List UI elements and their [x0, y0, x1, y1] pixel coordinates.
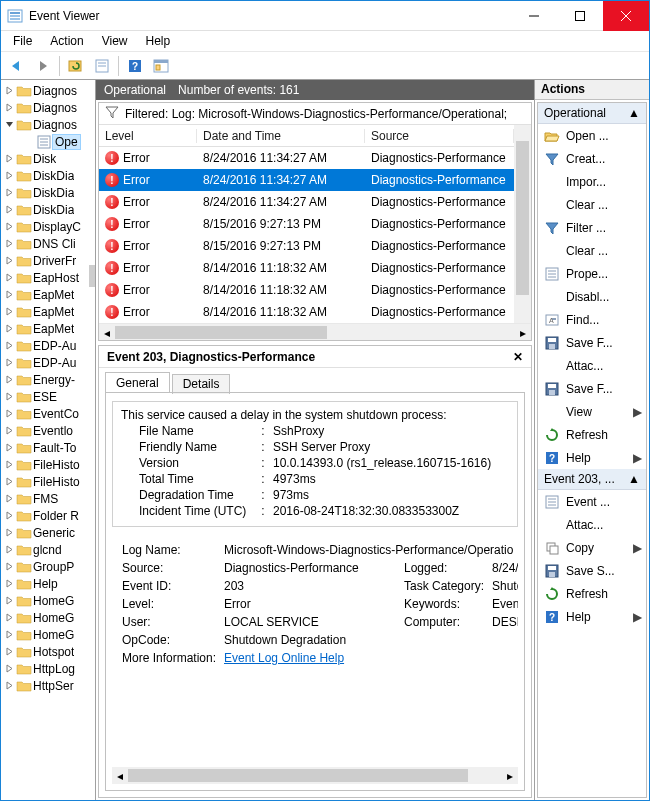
events-grid[interactable]: Level Date and Time Source !Error8/24/20… — [99, 125, 514, 323]
vertical-scrollbar[interactable] — [514, 125, 531, 323]
action-item[interactable]: Refresh — [538, 423, 646, 446]
filter-bar[interactable]: Filtered: Log: Microsoft-Windows-Diagnos… — [99, 103, 531, 125]
chevron-right-icon[interactable] — [3, 629, 15, 641]
chevron-right-icon[interactable] — [3, 459, 15, 471]
action-item[interactable]: Attac... — [538, 354, 646, 377]
refresh-toolbar-button[interactable] — [64, 54, 88, 78]
chevron-right-icon[interactable] — [3, 578, 15, 590]
action-item[interactable]: Creat... — [538, 147, 646, 170]
chevron-right-icon[interactable] — [3, 374, 15, 386]
actions-group-header[interactable]: Event 203, ...▲ — [538, 469, 646, 490]
tree-item[interactable]: Diagnos — [3, 82, 95, 99]
tree-item[interactable]: DriverFr — [3, 252, 95, 269]
close-icon[interactable]: ✕ — [513, 350, 523, 364]
chevron-right-icon[interactable] — [3, 272, 15, 284]
action-item[interactable]: Prope... — [538, 262, 646, 285]
tree-item[interactable]: DiskDia — [3, 201, 95, 218]
action-item[interactable]: Clear ... — [538, 193, 646, 216]
tree-item[interactable]: Diagnos — [3, 116, 95, 133]
chevron-right-icon[interactable] — [3, 612, 15, 624]
tree-item[interactable]: Help — [3, 575, 95, 592]
tree-item[interactable]: glcnd — [3, 541, 95, 558]
tree-item[interactable]: DiskDia — [3, 184, 95, 201]
action-item[interactable]: Clear ... — [538, 239, 646, 262]
tree-item[interactable]: HomeG — [3, 592, 95, 609]
event-row[interactable]: !Error8/15/2016 9:27:13 PMDiagnostics-Pe… — [99, 235, 514, 257]
scrollbar-thumb[interactable] — [128, 769, 468, 782]
action-item[interactable]: Event ... — [538, 490, 646, 513]
action-item[interactable]: Disabl... — [538, 285, 646, 308]
tree-item[interactable]: DiskDia — [3, 167, 95, 184]
chevron-right-icon[interactable] — [3, 238, 15, 250]
menu-view[interactable]: View — [94, 32, 136, 50]
chevron-right-icon[interactable] — [3, 510, 15, 522]
event-row[interactable]: !Error8/14/2016 11:18:32 AMDiagnostics-P… — [99, 257, 514, 279]
tree-item[interactable]: Energy- — [3, 371, 95, 388]
actions-group-header[interactable]: Operational▲ — [538, 103, 646, 124]
close-button[interactable] — [603, 1, 649, 31]
event-row[interactable]: !Error8/14/2016 11:18:32 AMDiagnostics-P… — [99, 279, 514, 301]
tree-item[interactable]: Eventlo — [3, 422, 95, 439]
tree-item[interactable]: EDP-Au — [3, 354, 95, 371]
maximize-button[interactable] — [557, 1, 603, 31]
forward-button[interactable] — [31, 54, 55, 78]
chevron-right-icon[interactable] — [3, 680, 15, 692]
tree-item[interactable]: HttpLog — [3, 660, 95, 677]
chevron-right-icon[interactable] — [23, 136, 35, 148]
tree-item[interactable]: Folder R — [3, 507, 95, 524]
tree-item[interactable]: GroupP — [3, 558, 95, 575]
action-item[interactable]: Save F... — [538, 331, 646, 354]
chevron-right-icon[interactable] — [3, 102, 15, 114]
horizontal-scrollbar[interactable]: ◂ ▸ — [99, 323, 531, 340]
tree-item[interactable]: EDP-Au — [3, 337, 95, 354]
tree-item[interactable]: Hotspot — [3, 643, 95, 660]
tree-item[interactable]: Disk — [3, 150, 95, 167]
collapse-icon[interactable]: ▲ — [628, 106, 640, 120]
chevron-right-icon[interactable] — [3, 289, 15, 301]
action-item[interactable]: Filter ... — [538, 216, 646, 239]
tree-item[interactable]: HttpSer — [3, 677, 95, 694]
sidebar[interactable]: DiagnosDiagnosDiagnosOpeDiskDiskDiaDiskD… — [1, 80, 96, 800]
chevron-right-icon[interactable] — [3, 442, 15, 454]
col-level[interactable]: Level — [99, 129, 197, 143]
tree-item[interactable]: Ope — [3, 133, 95, 150]
view-toolbar-button[interactable] — [149, 54, 173, 78]
tree-item[interactable]: ESE — [3, 388, 95, 405]
col-source[interactable]: Source — [365, 129, 514, 143]
tree-item[interactable]: EapMet — [3, 320, 95, 337]
tree-item[interactable]: EapMet — [3, 303, 95, 320]
chevron-right-icon[interactable] — [3, 357, 15, 369]
scroll-right-arrow[interactable]: ▸ — [502, 767, 518, 784]
chevron-right-icon[interactable] — [3, 340, 15, 352]
detail-horizontal-scrollbar[interactable]: ◂ ▸ — [112, 767, 518, 784]
scrollbar-thumb[interactable] — [115, 326, 327, 339]
tree-item[interactable]: DisplayC — [3, 218, 95, 235]
tree-item[interactable]: FileHisto — [3, 473, 95, 490]
chevron-right-icon[interactable] — [3, 187, 15, 199]
scroll-left-arrow[interactable]: ◂ — [99, 324, 115, 341]
chevron-right-icon[interactable] — [3, 255, 15, 267]
tree-item[interactable]: EventCo — [3, 405, 95, 422]
chevron-right-icon[interactable] — [3, 527, 15, 539]
tree-item[interactable]: EapHost — [3, 269, 95, 286]
action-item[interactable]: Attac... — [538, 513, 646, 536]
minimize-button[interactable] — [511, 1, 557, 31]
back-button[interactable] — [5, 54, 29, 78]
action-item[interactable]: Refresh — [538, 582, 646, 605]
action-item[interactable]: View▶ — [538, 400, 646, 423]
help-toolbar-button[interactable]: ? — [123, 54, 147, 78]
moreinfo-link[interactable]: Event Log Online Help — [224, 651, 344, 665]
chevron-right-icon[interactable] — [3, 170, 15, 182]
col-date[interactable]: Date and Time — [197, 129, 365, 143]
tree-item[interactable]: Diagnos — [3, 99, 95, 116]
chevron-right-icon[interactable] — [3, 476, 15, 488]
chevron-right-icon[interactable] — [3, 391, 15, 403]
event-row[interactable]: !Error8/15/2016 9:27:13 PMDiagnostics-Pe… — [99, 213, 514, 235]
chevron-right-icon[interactable] — [3, 153, 15, 165]
action-item[interactable]: AFind... — [538, 308, 646, 331]
action-item[interactable]: ?Help▶ — [538, 605, 646, 628]
tree-item[interactable]: FileHisto — [3, 456, 95, 473]
chevron-down-icon[interactable] — [3, 119, 15, 131]
grid-header[interactable]: Level Date and Time Source — [99, 125, 514, 147]
scroll-right-arrow[interactable]: ▸ — [515, 324, 531, 341]
